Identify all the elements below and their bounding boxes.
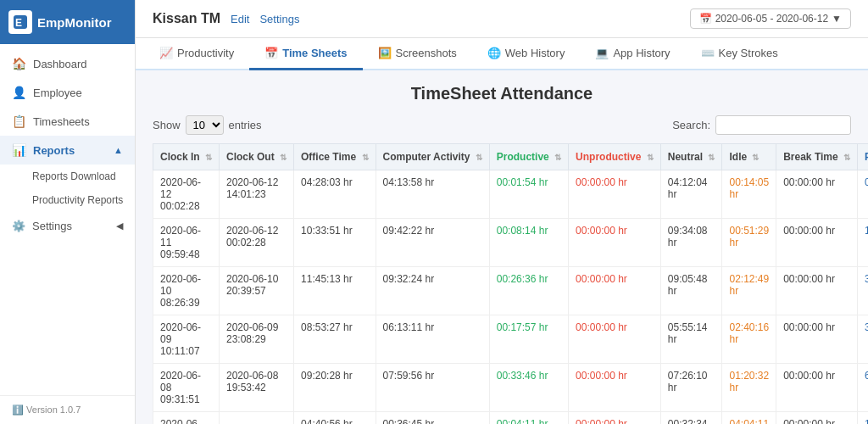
col-office-time[interactable]: Office Time ⇅ <box>294 144 376 170</box>
cell-office-time: 04:40:56 hr <box>294 412 376 425</box>
version-icon: ℹ️ <box>12 404 24 415</box>
col-productivity[interactable]: Productivity ⇅ <box>858 144 868 170</box>
cell-computer-activity: 09:32:24 hr <box>376 267 489 315</box>
table-row: 2020-06-07 04:40:56 hr 00:36:45 hr 00:04… <box>153 412 869 425</box>
col-unproductive[interactable]: Unproductive ⇅ <box>569 144 661 170</box>
cell-clock-in: 2020-06-11 09:59:48 <box>153 219 220 267</box>
entries-select[interactable]: 10 25 50 <box>186 115 224 135</box>
cell-productive: 00:33:46 hr <box>489 364 568 412</box>
col-computer-activity[interactable]: Computer Activity ⇅ <box>376 144 489 170</box>
content-area: TimeSheet Attendance Show 10 25 50 entri… <box>136 70 868 424</box>
chevron-down-icon: ▲ <box>114 145 123 155</box>
cell-clock-out: 2020-06-10 20:39:57 <box>220 267 294 315</box>
sidebar-item-label: Dashboard <box>33 58 87 70</box>
tab-timesheets[interactable]: 📅 Time Sheets <box>249 38 362 70</box>
cell-office-time: 10:33:51 hr <box>294 219 376 267</box>
cell-neutral: 09:34:08 hr <box>660 219 722 267</box>
search-input[interactable] <box>715 115 851 135</box>
tab-bar: 📈 Productivity 📅 Time Sheets 🖼️ Screensh… <box>136 38 868 70</box>
settings-icon: ⚙️ <box>12 220 25 232</box>
col-productive[interactable]: Productive ⇅ <box>489 144 568 170</box>
sidebar: E EmpMonitor 🏠 Dashboard 👤 Employee 📋 Ti… <box>0 0 136 424</box>
cell-idle: 02:12:49 hr <box>722 267 776 315</box>
col-clock-in[interactable]: Clock In ⇅ <box>153 144 220 170</box>
tab-key-strokes[interactable]: ⌨️ Key Strokes <box>686 38 793 70</box>
sidebar-item-reports-download[interactable]: Reports Download <box>24 165 135 188</box>
logo-text: EmpMonitor <box>37 15 112 30</box>
table-row: 2020-06-11 09:59:48 2020-06-12 00:02:28 … <box>153 219 869 267</box>
cell-idle: 01:20:32 hr <box>722 364 776 412</box>
table-row: 2020-06-09 10:11:07 2020-06-09 23:08:29 … <box>153 315 869 364</box>
chevron-left-icon: ◀ <box>116 220 123 232</box>
settings-link[interactable]: Settings <box>259 13 299 25</box>
dashboard-icon: 🏠 <box>12 57 26 70</box>
cell-neutral: 04:12:04 hr <box>660 170 722 219</box>
cell-clock-out: 2020-06-08 19:53:42 <box>220 364 294 412</box>
cell-neutral: 00:32:34 hr <box>660 412 722 425</box>
col-break-time[interactable]: Break Time ⇅ <box>776 144 858 170</box>
cell-break-time: 00:00:00 hr <box>776 267 858 315</box>
cell-break-time: 00:00:00 hr <box>776 219 858 267</box>
version-label: ℹ️ Version 1.0.7 <box>0 395 135 424</box>
topbar: Kissan TM Edit Settings 📅 2020-06-05 - 2… <box>136 0 868 38</box>
reports-icon: 📊 <box>12 143 26 157</box>
sidebar-item-settings[interactable]: ⚙️ Settings ◀ <box>0 212 135 240</box>
cell-clock-out <box>220 412 294 425</box>
cell-neutral: 05:55:14 hr <box>660 315 722 364</box>
sidebar-item-label: Reports <box>33 144 75 157</box>
table-row: 2020-06-08 09:31:51 2020-06-08 19:53:42 … <box>153 364 869 412</box>
tab-label: Time Sheets <box>282 47 347 59</box>
cell-unproductive: 00:00:00 hr <box>569 412 661 425</box>
tab-productivity[interactable]: 📈 Productivity <box>144 38 249 70</box>
cell-clock-in: 2020-06-10 08:26:39 <box>153 267 220 315</box>
table-body: 2020-06-12 00:02:28 2020-06-12 14:01:23 … <box>153 170 869 425</box>
date-range-badge[interactable]: 📅 2020-06-05 - 2020-06-12 ▼ <box>690 8 851 29</box>
sidebar-item-dashboard[interactable]: 🏠 Dashboard <box>0 49 135 78</box>
tab-web-history[interactable]: 🌐 Web History <box>472 38 581 70</box>
cell-unproductive: 00:00:00 hr <box>569 267 661 315</box>
main-content: Kissan TM Edit Settings 📅 2020-06-05 - 2… <box>136 0 868 424</box>
sidebar-sub-reports: Reports Download Productivity Reports <box>0 165 135 212</box>
table-row: 2020-06-12 00:02:28 2020-06-12 14:01:23 … <box>153 170 869 219</box>
tab-screenshots[interactable]: 🖼️ Screenshots <box>363 38 472 70</box>
cell-idle: 00:14:05 hr <box>722 170 776 219</box>
screenshots-tab-icon: 🖼️ <box>378 47 392 59</box>
cell-productive: 00:26:36 hr <box>489 267 568 315</box>
cell-clock-in: 2020-06-08 09:31:51 <box>153 364 220 412</box>
cell-neutral: 09:05:48 hr <box>660 267 722 315</box>
tab-label: App History <box>613 47 670 59</box>
cell-idle: 02:40:16 hr <box>722 315 776 364</box>
sidebar-item-employee[interactable]: 👤 Employee <box>0 78 135 107</box>
cell-clock-in: 2020-06-07 <box>153 412 220 425</box>
version-text: Version 1.0.7 <box>26 404 81 415</box>
show-entries-control: Show 10 25 50 entries <box>153 115 262 135</box>
cell-computer-activity: 09:42:22 hr <box>376 219 489 267</box>
show-label: Show <box>153 119 181 131</box>
sidebar-item-reports[interactable]: 📊 Reports ▲ <box>0 136 135 165</box>
cell-office-time: 04:28:03 hr <box>294 170 376 219</box>
table-row: 2020-06-10 08:26:39 2020-06-10 20:39:57 … <box>153 267 869 315</box>
sidebar-item-label: Settings <box>32 220 72 232</box>
cell-idle: 00:51:29 hr <box>722 219 776 267</box>
table-controls: Show 10 25 50 entries Search: <box>153 115 851 135</box>
edit-link[interactable]: Edit <box>231 13 249 25</box>
timesheets-tab-icon: 📅 <box>264 47 278 59</box>
tab-label: Web History <box>505 47 565 59</box>
cell-productive: 00:01:54 hr <box>489 170 568 219</box>
tab-label: Key Strokes <box>719 47 778 59</box>
sidebar-item-productivity-reports[interactable]: Productivity Reports <box>24 188 135 212</box>
cell-neutral: 07:26:10 hr <box>660 364 722 412</box>
sidebar-item-label: Employee <box>33 86 82 99</box>
cell-idle: 04:04:11 hr <box>722 412 776 425</box>
col-clock-out[interactable]: Clock Out ⇅ <box>220 144 294 170</box>
col-idle[interactable]: Idle ⇅ <box>722 144 776 170</box>
col-neutral[interactable]: Neutral ⇅ <box>660 144 722 170</box>
section-title: TimeSheet Attendance <box>153 84 851 103</box>
cell-productivity: 0.71 % <box>858 170 868 219</box>
web-history-tab-icon: 🌐 <box>487 47 501 59</box>
sidebar-item-timesheets[interactable]: 📋 Timesheets <box>0 107 135 136</box>
logo-icon: E <box>8 10 32 34</box>
tab-app-history[interactable]: 💻 App History <box>580 38 685 70</box>
tab-label: Productivity <box>177 47 234 59</box>
search-label: Search: <box>672 119 710 131</box>
